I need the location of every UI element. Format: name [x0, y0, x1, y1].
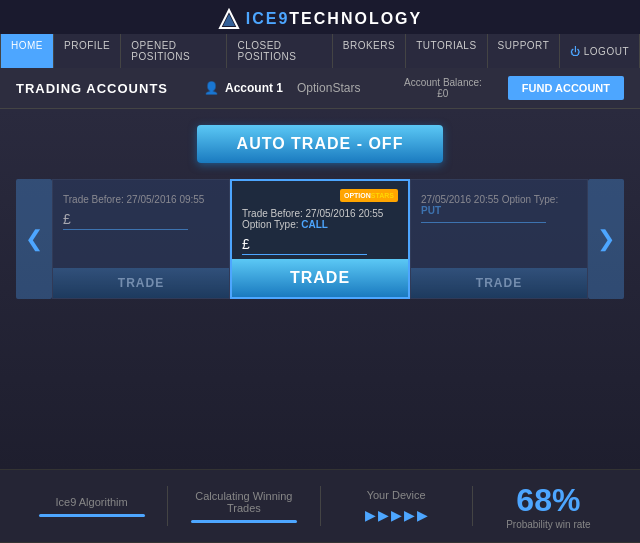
- power-icon: ⏻: [570, 46, 581, 57]
- option-type-badge: CALL: [301, 219, 328, 230]
- nav-item-opened-positions[interactable]: OPENED POSITIONS: [121, 34, 227, 68]
- trade-before-right: 27/05/2016 20:55 Option Type: PUT: [421, 194, 577, 216]
- arrow-icon-4: ▶: [404, 507, 415, 523]
- carousel-left-arrow[interactable]: ❮: [16, 179, 52, 299]
- trade-amount-center: £: [242, 236, 398, 255]
- account-balance: Account Balance: £0: [404, 77, 482, 99]
- trading-bar-title: TRADING ACCOUNTS: [16, 81, 168, 96]
- broker-logo-badge: OPTIONSTARS: [340, 189, 398, 202]
- trade-button-left[interactable]: TRADE: [53, 268, 229, 298]
- probability-percent: 68%: [473, 482, 624, 519]
- fund-account-button[interactable]: FUND ACCOUNT: [508, 76, 624, 100]
- nav-item-logout[interactable]: ⏻ LOGOUT: [560, 34, 640, 68]
- arrow-icon-5: ▶: [417, 507, 428, 523]
- nav-item-brokers[interactable]: BROKERS: [333, 34, 406, 68]
- logo-icon: [218, 8, 240, 30]
- trade-button-center[interactable]: TRADE: [232, 259, 408, 297]
- info-bar: Ice9 Algorithim Calculating Winning Trad…: [0, 469, 640, 542]
- info-item-device: Your Device ▶ ▶ ▶ ▶ ▶: [321, 489, 472, 523]
- trade-amount-left: £: [63, 211, 219, 230]
- algorithm-label: Ice9 Algorithim: [16, 496, 167, 508]
- account-info: 👤 Account 1 OptionStars: [204, 81, 360, 95]
- algorithm-progress: [39, 514, 145, 517]
- trade-btn-row-left: TRADE: [53, 268, 229, 298]
- arrow-icon-2: ▶: [378, 507, 389, 523]
- broker-name: OptionStars: [297, 81, 360, 95]
- carousel-right-arrow[interactable]: ❯: [588, 179, 624, 299]
- logo-text: ICE9TECHNOLOGY: [246, 10, 422, 28]
- trade-card-center: OPTIONSTARS Trade Before: 27/05/2016 20:…: [230, 179, 410, 299]
- calculating-label: Calculating Winning Trades: [168, 490, 319, 514]
- trade-card-left: Trade Before: 27/05/2016 09:55 £ TRADE: [52, 179, 230, 299]
- calculating-progress: [191, 520, 297, 523]
- trade-card-top-center: OPTIONSTARS: [242, 189, 398, 202]
- nav-item-profile[interactable]: PROFILE: [54, 34, 121, 68]
- account-icon: 👤: [204, 81, 219, 95]
- header: ICE9TECHNOLOGY: [0, 0, 640, 34]
- nav-item-tutorials[interactable]: TUTORIALS: [406, 34, 487, 68]
- info-item-probability: 68% Probability win rate: [473, 482, 624, 530]
- auto-trade-button[interactable]: AUTO TRADE - OFF: [197, 125, 444, 163]
- trade-card-right: 27/05/2016 20:55 Option Type: PUT TRADE: [410, 179, 588, 299]
- arrow-icon-3: ▶: [391, 507, 402, 523]
- trade-amount-right: [421, 222, 577, 223]
- trade-btn-row-right: TRADE: [411, 268, 587, 298]
- trading-bar: TRADING ACCOUNTS 👤 Account 1 OptionStars…: [0, 68, 640, 109]
- account-name: Account 1: [225, 81, 283, 95]
- trade-before-center: Trade Before: 27/05/2016 20:55 Option Ty…: [242, 208, 398, 230]
- probability-label: Probability win rate: [473, 519, 624, 530]
- nav-item-home[interactable]: HOME: [0, 34, 54, 68]
- device-label: Your Device: [321, 489, 472, 501]
- trade-button-right[interactable]: TRADE: [411, 268, 587, 298]
- nav-item-support[interactable]: SUPPORT: [488, 34, 561, 68]
- logo-area: ICE9TECHNOLOGY: [0, 8, 640, 30]
- main-content: AUTO TRADE - OFF ❮ Trade Before: 27/05/2…: [0, 109, 640, 469]
- info-item-algorithm: Ice9 Algorithim: [16, 496, 167, 517]
- info-item-calculating: Calculating Winning Trades: [168, 490, 319, 523]
- nav-item-closed-positions[interactable]: CLOSED POSITIONS: [227, 34, 332, 68]
- auto-trade-container: AUTO TRADE - OFF: [16, 125, 624, 163]
- option-type-right: PUT: [421, 205, 441, 216]
- main-nav: HOME PROFILE OPENED POSITIONS CLOSED POS…: [0, 34, 640, 68]
- trade-before-left: Trade Before: 27/05/2016 09:55: [63, 194, 219, 205]
- trade-carousel: ❮ Trade Before: 27/05/2016 09:55 £ TRADE: [16, 179, 624, 299]
- device-arrows: ▶ ▶ ▶ ▶ ▶: [321, 507, 472, 523]
- carousel-track: Trade Before: 27/05/2016 09:55 £ TRADE O…: [52, 179, 588, 299]
- trade-btn-row-center: TRADE: [232, 259, 408, 297]
- arrow-icon-1: ▶: [365, 507, 376, 523]
